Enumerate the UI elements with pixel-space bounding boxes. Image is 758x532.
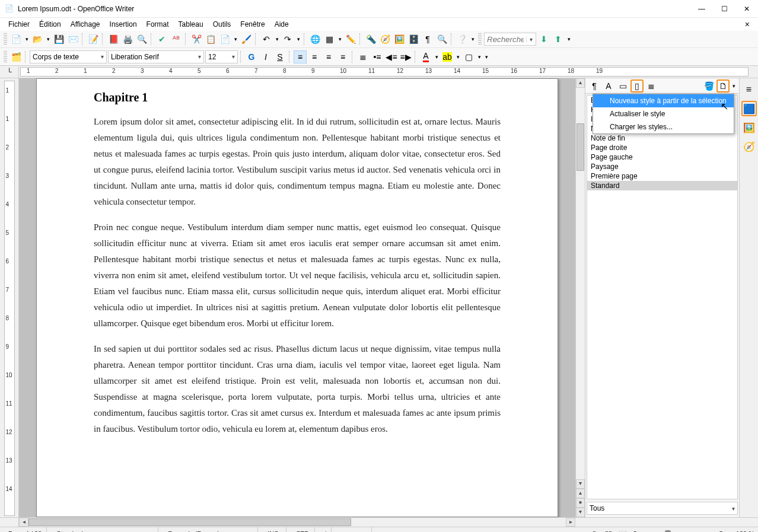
character-styles-button[interactable]: A — [602, 79, 615, 93]
new-style-dropdown[interactable]: ▾ — [731, 79, 737, 93]
zoom-out-button[interactable]: ⊖ — [632, 530, 638, 532]
redo-button[interactable]: ↷ — [281, 33, 294, 46]
help-button[interactable]: ❔ — [456, 33, 469, 46]
document-close-button[interactable]: × — [741, 18, 753, 30]
hyperlink-button[interactable]: 🌐 — [308, 33, 321, 46]
undo-button[interactable]: ↶ — [260, 33, 273, 46]
frame-styles-button[interactable]: ▭ — [616, 79, 629, 93]
navigator-button[interactable]: 🧭 — [378, 33, 391, 46]
menu-edition[interactable]: Édition — [36, 19, 65, 30]
maximize-button[interactable]: ☐ — [720, 5, 728, 13]
menu-new-style-from-selection[interactable]: Nouveau style à partir de la sélection — [593, 94, 734, 107]
paragraph-styles-button[interactable]: ¶ — [588, 79, 601, 93]
style-list-item[interactable]: Standard — [587, 181, 737, 190]
view-book-button[interactable]: 📖 — [618, 529, 628, 533]
auto-spellcheck-button[interactable]: ᴬᴮ — [170, 33, 183, 46]
document-view[interactable]: Chapitre 1 Lorem ipsum dolor sit amet, c… — [19, 78, 575, 517]
indent-increase-button[interactable]: ≡▶ — [399, 50, 412, 63]
new-dropdown[interactable]: ▾ — [24, 33, 30, 46]
align-center-button[interactable]: ≡ — [308, 50, 321, 63]
horizontal-scrollbar[interactable]: ◂ ▸ — [19, 518, 575, 527]
cut-button[interactable]: ✂️ — [190, 33, 203, 46]
show-draw-button[interactable]: ✏️ — [344, 33, 357, 46]
status-signature[interactable] — [336, 527, 372, 532]
undo-dropdown[interactable]: ▾ — [274, 33, 280, 46]
view-single-page-button[interactable]: ▯ — [590, 529, 599, 533]
find-next-button[interactable]: ⬇ — [537, 33, 550, 46]
scroll-left-button[interactable]: ◂ — [19, 518, 28, 527]
formatting-overflow[interactable]: ▾ — [483, 50, 489, 63]
highlight-button[interactable]: ab — [441, 50, 454, 63]
status-style[interactable]: Standard — [52, 527, 158, 532]
redo-dropdown[interactable]: ▾ — [295, 33, 301, 46]
print-preview-button[interactable]: 🔍 — [135, 33, 148, 46]
menu-update-style[interactable]: Actualiser le style — [593, 107, 734, 120]
style-list-item[interactable]: Page gauche — [587, 152, 737, 162]
find-replace-button[interactable]: 🔦 — [364, 33, 377, 46]
toolbar-grip[interactable] — [478, 33, 482, 45]
scroll-thumb[interactable] — [577, 123, 584, 171]
minimize-button[interactable]: — — [698, 5, 706, 13]
gallery-button[interactable]: 🖼️ — [393, 33, 406, 46]
table-button[interactable]: ▦ — [323, 33, 336, 46]
page-styles-button[interactable]: ▯ — [630, 79, 644, 93]
toolbar-overflow[interactable]: ▾ — [470, 33, 476, 46]
zoom-level[interactable]: 120 % — [728, 530, 754, 533]
menu-insertion[interactable]: Insertion — [106, 19, 141, 30]
zoom-in-button[interactable]: ⊕ — [718, 530, 724, 532]
font-color-dropdown[interactable]: ▾ — [434, 50, 439, 63]
style-list-item[interactable]: Première page — [587, 171, 737, 181]
fill-format-mode-button[interactable]: 🪣 — [702, 79, 715, 93]
email-button[interactable]: ✉️ — [66, 33, 79, 46]
scroll-down-button[interactable]: ▾ — [576, 479, 585, 489]
numbering-button[interactable]: ≣ — [356, 50, 370, 63]
vertical-scrollbar[interactable]: ▴ ▾ ▴ ● ▾ — [575, 78, 585, 517]
list-styles-button[interactable]: ≣ — [645, 79, 658, 93]
horizontal-ruler[interactable]: 1212345678910111213141516171819 — [20, 67, 749, 77]
style-list-item[interactable]: Page droite — [587, 143, 737, 152]
styles-filter-combo[interactable]: Tous ▾ — [587, 502, 738, 515]
find-dropdown[interactable]: ▾ — [526, 36, 536, 43]
sidebar-navigator-tab[interactable]: 🧭 — [741, 139, 757, 154]
open-button[interactable]: 📂 — [31, 33, 44, 46]
print-button[interactable]: 🖨️ — [121, 33, 134, 46]
format-paintbrush-button[interactable]: 🖌️ — [240, 33, 253, 46]
spellcheck-button[interactable]: ✔ — [155, 33, 168, 46]
bullets-button[interactable]: •≡ — [371, 50, 384, 63]
align-justify-button[interactable]: ≡ — [336, 50, 349, 63]
nav-object-button[interactable]: ● — [576, 498, 585, 508]
toolbar-grip[interactable] — [4, 51, 7, 63]
menu-fichier[interactable]: Fichier — [5, 19, 33, 30]
menu-fenetre[interactable]: Fenêtre — [237, 19, 268, 30]
style-list-item[interactable]: Paysage — [587, 162, 737, 171]
menu-outils[interactable]: Outils — [209, 19, 235, 30]
export-pdf-button[interactable]: 📕 — [107, 33, 120, 46]
highlight-dropdown[interactable]: ▾ — [455, 50, 461, 63]
styles-formatting-button[interactable]: 🗂️ — [9, 50, 23, 63]
scroll-up-button[interactable]: ▴ — [576, 78, 585, 88]
font-color-button[interactable]: A — [419, 50, 432, 63]
open-dropdown[interactable]: ▾ — [45, 33, 51, 46]
new-style-menu-button[interactable]: 🗋 — [716, 79, 730, 93]
vertical-ruler[interactable]: 11234567891011121314 — [4, 81, 15, 516]
styles-list[interactable]: EnveloppeHTMLIndexNote de bas de pageNot… — [587, 95, 738, 499]
background-color-button[interactable]: ▢ — [462, 50, 475, 63]
toolbar-grip[interactable] — [4, 33, 7, 45]
background-color-dropdown[interactable]: ▾ — [476, 50, 482, 63]
nav-prev-button[interactable]: ▴ — [576, 489, 585, 498]
align-left-button[interactable]: ≡ — [294, 50, 307, 63]
status-page[interactable]: Page 4 / 23 — [4, 527, 47, 532]
data-sources-button[interactable]: 🗄️ — [407, 33, 420, 46]
find-toolbar-box[interactable]: ▾ — [484, 33, 536, 46]
save-button[interactable]: 💾 — [52, 33, 65, 46]
close-button[interactable]: ✕ — [743, 5, 751, 13]
menu-format[interactable]: Format — [143, 19, 173, 30]
nonprinting-chars-button[interactable]: ¶ — [421, 33, 434, 46]
zoom-slider-knob[interactable] — [665, 530, 671, 533]
paste-button[interactable]: 📄 — [218, 33, 231, 46]
copy-button[interactable]: 📋 — [204, 33, 217, 46]
hscroll-thumb[interactable] — [28, 518, 351, 526]
menu-tableau[interactable]: Tableau — [175, 19, 207, 30]
table-dropdown[interactable]: ▾ — [337, 33, 343, 46]
new-doc-button[interactable]: 📄 — [9, 33, 23, 46]
